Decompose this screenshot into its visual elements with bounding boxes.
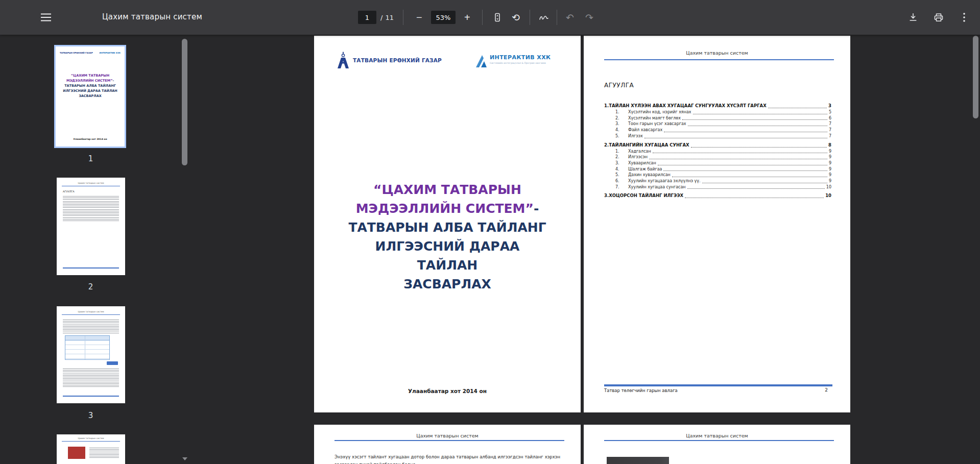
pdf-viewer: Цахим татварын систем / 11 − 53% + (0, 0, 980, 464)
download-button[interactable] (902, 7, 924, 28)
redo-icon: ↷ (585, 13, 593, 22)
fit-page-button[interactable] (491, 10, 504, 25)
toc-entry-label: 2.ТАЙЛАНГИЙН ХУГАЦАА СУНГАХ (604, 142, 689, 149)
toc-item-row: 3.Хуваарилсан9 (604, 160, 831, 166)
document-page-2: Цахим татварын систем АГУУЛГА 1.ТАЙЛАН Х… (584, 36, 850, 412)
toc-item-row: 4.Файл хавсаргах7 (604, 127, 831, 133)
print-button[interactable] (928, 7, 949, 28)
thumbnail-3-preview: Цахим татварын систем (57, 306, 125, 403)
page-footer-bar (604, 384, 832, 386)
tax-department-logo-mark (337, 51, 350, 69)
toc-entry-label: Дахин хуваарилсан (628, 172, 671, 178)
thumbnail-header-line (62, 314, 120, 315)
toc-page-number: 9 (829, 178, 831, 184)
thumbnail-table (65, 335, 110, 360)
zoom-out-button[interactable]: − (413, 10, 426, 25)
tax-department-logo: ТАТВАРЫН ЕРӨНХИЙ ГАЗАР (337, 51, 442, 69)
thumbnail-header-line (62, 441, 120, 442)
document-page-1: ТАТВАРЫН ЕРӨНХИЙ ГАЗАР ИНТЕР (314, 36, 581, 412)
main-scrollbar-thumb[interactable] (973, 36, 978, 118)
toolbar-separator (482, 10, 483, 25)
toc-entry-label: Хүсэлтийн код, нэрийг хянах (628, 109, 691, 115)
thumbnail-footer-bar (63, 396, 119, 397)
interactive-llc-logo-texts: ИНТЕРАКТИВ ХХК Системийн интеграцчлал & … (490, 54, 551, 64)
thumbnail-label-2[interactable]: 2 (53, 282, 128, 291)
toc-dotted-leader (672, 177, 827, 177)
page-footer-text: Татвар төлөгчийн гарын авлага (604, 388, 678, 393)
thumbnail-page-2[interactable]: Цахим татварын систем АГУУЛГА (57, 178, 125, 275)
thumbnail-4-preview: Цахим татварын систем (57, 434, 125, 464)
thumbnail-page-1[interactable]: ТАТВАРЫН ЕРӨНХИЙ ГАЗАР ИНТЕРАКТИВ ХХК “Ц… (54, 45, 126, 148)
toc-page-number: 10 (826, 184, 831, 190)
menu-button[interactable] (36, 7, 56, 28)
menu-icon (40, 13, 52, 22)
toolbar-separator (403, 10, 403, 25)
toc-entry-label: Файл хавсаргах (628, 127, 662, 133)
toc-item-row: 5.Дахин хуваарилсан9 (604, 172, 831, 178)
interactive-llc-logo: ИНТЕРАКТИВ ХХК Системийн интеграцчлал & … (475, 54, 551, 67)
toc-entry-label: 3.ХОЦОРСОН ТАЙЛАНГ ИЛГЭЭХ (604, 192, 683, 199)
page-header-line (604, 59, 834, 60)
undo-button[interactable]: ↶ (563, 10, 577, 25)
document-title: Цахим татварын систем (102, 12, 202, 21)
redo-button[interactable]: ↷ (583, 10, 596, 25)
toc-entry-label: Хуулийн хугацаагаа эхлүүлнэ үү. (628, 178, 701, 184)
toc-section-row: 3.ХОЦОРСОН ТАЙЛАНГ ИЛГЭЭХ10 (604, 192, 831, 199)
thumbnail-table-header (65, 336, 109, 340)
zoom-in-button[interactable]: + (461, 10, 474, 25)
thumbnail-label-1[interactable]: 1 (53, 154, 128, 163)
download-icon (908, 12, 918, 22)
thumbnail-red-box (68, 447, 85, 459)
toc-item-number: 5. (615, 172, 628, 178)
toc-item-row: 1.Хадгалсан9 (604, 149, 831, 155)
toolbar-center-controls: / 11 − 53% + ⟲ (358, 0, 596, 35)
toc-item-number: 6. (615, 178, 628, 184)
toc-entry-label: Шалгаж байгаа (628, 166, 662, 173)
toc-page-number: 3 (828, 103, 831, 109)
toc-entry-label: 1.ТАЙЛАН ХҮЛЭЭН АВАХ ХУГАЦААГ СУНГУУЛАХ … (604, 103, 767, 109)
thumbnail-title: “ЦАХИМ ТАТВАРЫН МЭДЭЭЛЛИЙН СИСТЕМ”- ТАТВ… (60, 73, 121, 99)
toc-item-number: 7. (615, 184, 628, 190)
thumbnail-blue-button (107, 361, 118, 365)
toc-entry-label: Хуулийн хугацаа сунгасан (628, 184, 686, 190)
thumbnail-scrollbar-thumb[interactable] (182, 39, 187, 165)
thumbnail-text-lines (63, 196, 119, 222)
page-number-input[interactable] (358, 11, 376, 24)
toc-page-number: 9 (829, 154, 831, 160)
thumbnail-page-4[interactable]: Цахим татварын систем (57, 434, 125, 464)
more-options-button[interactable] (953, 7, 975, 28)
page-body-text: Энэхүү хэсэгт тайлант хугацаан дотор бол… (334, 453, 560, 464)
thumbnail-logos: ТАТВАРЫН ЕРӨНХИЙ ГАЗАР ИНТЕРАКТИВ ХХК (60, 52, 121, 54)
toc-entry-label: Тоон гарын үсэг хавсаргах (628, 121, 686, 127)
thumbnail-toc-title: АГУУЛГА (63, 190, 75, 193)
toc-item-number: 2. (615, 154, 628, 160)
cover-footer: Улаанбаатар хот 2014 он (314, 388, 581, 394)
toc-section-row: 1.ТАЙЛАН ХҮЛЭЭН АВАХ ХУГАЦААГ СУНГУУЛАХ … (604, 103, 831, 109)
toc-entry-label: Хүсэлтийн маягт бөглөх (628, 115, 681, 121)
toc-entry-label: Илгээх (628, 133, 643, 139)
thumbnail-scrollbar-down-arrow[interactable] (182, 457, 187, 460)
thumbnail-label-3[interactable]: 3 (53, 411, 128, 420)
toc-item-number: 3. (615, 160, 628, 166)
thumbnail-2-preview: Цахим татварын систем АГУУЛГА (57, 178, 125, 275)
toc-item-row: 7.Хуулийн хугацаа сунгасан10 (604, 184, 831, 190)
thumbnail-footer-bar (63, 267, 119, 268)
thumbnail-table-rows (65, 340, 109, 359)
annotate-button[interactable] (537, 10, 551, 25)
toc-item-number: 1. (615, 109, 628, 115)
undo-icon: ↶ (566, 13, 574, 22)
rotate-button[interactable]: ⟲ (509, 10, 522, 25)
toc-item-row: 5.Илгээх7 (604, 133, 831, 139)
thumbnail-text-lines (89, 448, 119, 458)
thumbnail-logo-right: ИНТЕРАКТИВ ХХК (100, 52, 121, 54)
toc-item-number: 4. (615, 166, 628, 173)
toc-list: 1.ТАЙЛАН ХҮЛЭЭН АВАХ ХУГАЦААГ СУНГУУЛАХ … (604, 100, 831, 199)
interactive-llc-name: ИНТЕРАКТИВ ХХК (490, 54, 551, 61)
document-page-4: Цахим татварын систем (584, 425, 850, 464)
toc-section-row: 2.ТАЙЛАНГИЙН ХУГАЦАА СУНГАХ8 (604, 142, 831, 149)
zoom-level: 53% (431, 11, 456, 24)
page-footer-number: 2 (825, 387, 828, 393)
thumbnail-header-line (62, 186, 120, 186)
thumbnail-page-3[interactable]: Цахим татварын систем (57, 306, 125, 403)
thumbnail-text-lines (63, 369, 119, 387)
